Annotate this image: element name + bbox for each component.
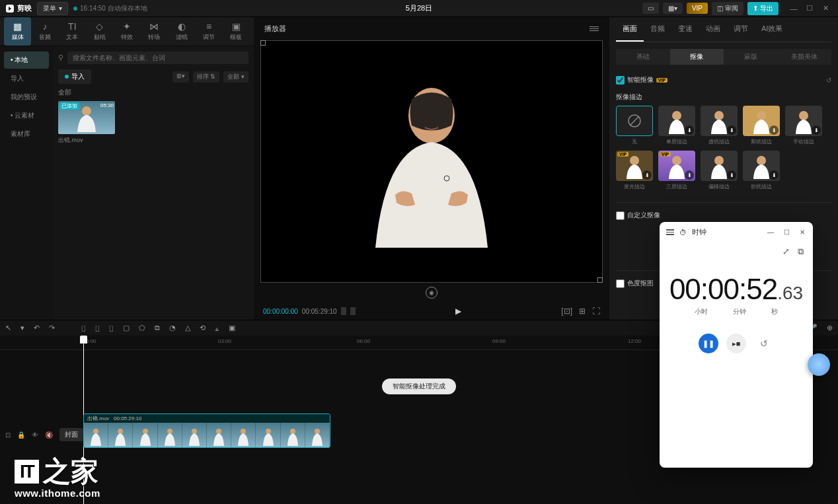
delete-icon[interactable]: ▢ [123,324,130,332]
download-icon: ⬇ [727,170,736,180]
grid-icon[interactable]: ▦▾ [663,3,683,14]
chroma-checkbox[interactable] [616,279,625,288]
frame-icon[interactable]: [⊡] [561,306,572,316]
media-item[interactable]: 已添加 05:30 出镜.mov [58,101,115,145]
cursor-icon[interactable]: ↖ [5,324,11,332]
export-button[interactable]: ⬆ 导出 [747,2,779,15]
marker-icon[interactable] [341,307,346,315]
stopwatch-window[interactable]: ⏱ 时钟 — ☐ ✕ ⤢ ⧉ 00:00:52.63 小时分钟秒 ❚❚ ▸■ ↺ [660,222,813,468]
minimize-icon[interactable]: — [786,2,801,15]
split-left-icon[interactable]: ⌷ [95,324,100,332]
mirror-icon[interactable]: △ [185,324,190,332]
svg-point-14 [714,156,724,165]
mode-tab-filter[interactable]: ◐滤镜 [168,17,195,46]
sw-clock-icon: ⏱ [679,229,687,236]
crop-icon[interactable]: ⟁ [215,324,219,332]
sw-expand-icon[interactable]: ⤢ [782,246,790,257]
mode-tab-audio[interactable]: ♪音频 [31,17,58,46]
sw-min-icon[interactable]: — [764,229,777,236]
audio-icon: ♪ [31,21,58,32]
tab-animation[interactable]: 动画 [699,17,727,42]
mode-tab-transition[interactable]: ⋈转场 [141,17,168,46]
preset-offset[interactable]: ⬇偏移描边 [701,151,738,190]
sub-tabs: 基础 抠像 蒙版 美颜美体 [616,49,831,65]
view-chip[interactable]: ⊞▾ [172,71,189,83]
tab-ai[interactable]: AI效果 [755,17,789,42]
subtab-beauty[interactable]: 美颜美体 [778,49,832,65]
sw-reset-button[interactable]: ↺ [754,334,774,353]
nav-presets[interactable]: 我的预设 [4,89,49,106]
nav-cloud[interactable]: • 云素材 [4,107,49,124]
menu-dropdown[interactable]: 菜单▾ [37,2,68,15]
sw-menu-icon[interactable] [666,229,674,235]
sw-pause-button[interactable]: ❚❚ [699,334,718,353]
image-icon[interactable]: ▣ [229,324,235,332]
settings-icon[interactable]: ⊕ [827,324,833,332]
sw-max-icon[interactable]: ☐ [780,229,793,236]
tab-adjust[interactable]: 调节 [727,17,755,42]
reset-icon[interactable]: ↺ [826,77,831,84]
copy-icon[interactable]: ⧉ [155,324,160,332]
preset-single[interactable]: ⬇单层描边 [658,106,695,145]
maximize-icon[interactable]: ☐ [802,2,817,15]
sort-chip[interactable]: 排序 ⇅ [193,71,220,83]
cover-button[interactable]: 封面 [59,428,83,441]
play-button[interactable]: ▶ [356,306,562,316]
custom-mask-checkbox[interactable] [616,211,625,220]
redo-icon[interactable]: ↷ [49,324,55,332]
undo-icon[interactable]: ↶ [34,324,40,332]
mode-tab-adjust[interactable]: ≡调节 [195,17,222,46]
mode-tab-effect[interactable]: ✦特效 [113,17,140,46]
nav-library[interactable]: 素材库 [4,126,49,143]
sw-close-icon[interactable]: ✕ [796,229,809,236]
float-bubble[interactable] [808,353,830,376]
import-button[interactable]: 导入 [58,69,91,84]
sw-lap-button[interactable]: ▸■ [726,334,746,353]
preset-zigzag[interactable]: ⬇折线描边 [743,151,780,190]
split-right-icon[interactable]: ⌷ [109,324,114,332]
vip-button[interactable]: VIP [687,3,708,14]
layout-icon[interactable]: ▭ [642,3,659,14]
preset-none[interactable]: 无 [616,106,653,145]
subtab-basic[interactable]: 基础 [616,49,670,65]
video-preview[interactable] [260,40,603,283]
shield-icon[interactable]: ⬠ [139,324,145,332]
split-icon[interactable]: ⌷ [81,324,86,332]
eye-icon[interactable]: 👁 [32,431,38,439]
speed-icon[interactable]: ◔ [169,324,176,332]
mode-tab-text[interactable]: TI文本 [59,17,86,46]
nav-import[interactable]: 导入 [4,70,49,87]
mute-icon[interactable]: 🔇 [45,431,53,439]
ratio-icon[interactable]: ⊞ [579,306,586,316]
preset-glow[interactable]: VIP⬇发光描边 [616,151,653,190]
rotate-icon[interactable]: ⟲ [200,324,206,332]
filter-chip[interactable]: 全部 ▾ [223,71,248,83]
menu-icon[interactable] [590,26,599,31]
sw-pin-icon[interactable]: ⧉ [798,246,804,257]
dropdown-icon[interactable]: ▾ [20,324,24,332]
mode-tab-sticker[interactable]: ◇贴纸 [86,17,113,46]
search-input[interactable] [67,52,248,64]
timeline-clip[interactable]: 出镜.mov 00:05:29:10 [83,414,330,448]
nav-local[interactable]: • 本地 [4,52,49,69]
tab-speed[interactable]: 变速 [671,17,699,42]
mode-tab-template[interactable]: ▣模板 [223,17,250,46]
preset-hand[interactable]: ⬇手绘描边 [785,106,822,145]
mode-tab-media[interactable]: ▦媒体 [4,17,31,46]
marker-icon[interactable] [350,307,356,315]
svg-point-10 [757,111,766,120]
review-button[interactable]: ◫ 审阅 [712,2,743,15]
subtab-mask2[interactable]: 蒙版 [724,49,778,65]
tab-audio[interactable]: 音频 [644,17,671,42]
color-icon[interactable]: ◉ [426,287,438,299]
preset-dashed[interactable]: ⬇虚线描边 [701,106,738,145]
preset-triple[interactable]: VIP⬇三层描边 [658,151,695,190]
tab-picture[interactable]: 画面 [616,17,644,42]
fullscreen-icon[interactable]: ⛶ [592,306,600,316]
lock-icon[interactable]: ⊡ [5,431,11,439]
subtab-mask[interactable]: 抠像 [670,49,724,65]
close-icon[interactable]: ✕ [818,2,833,15]
smart-mask-checkbox[interactable] [616,76,625,85]
lock-icon[interactable]: 🔒 [17,431,25,439]
preset-paper[interactable]: ⬇剪纸描边 [743,106,780,145]
